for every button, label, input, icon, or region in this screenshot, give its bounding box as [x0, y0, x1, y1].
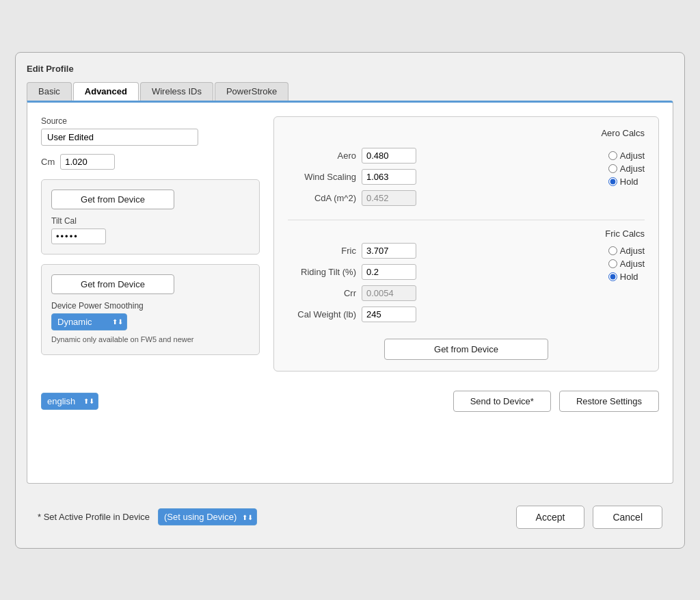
smoothing-box: Get from Device Device Power Smoothing D…	[41, 264, 260, 355]
wind-scaling-input[interactable]	[362, 169, 416, 185]
crr-input[interactable]	[362, 285, 416, 301]
smoothing-note: Dynamic only available on FW5 and newer	[51, 335, 250, 345]
aero-radio-hold[interactable]	[608, 177, 617, 186]
tab-bar: Basic Advanced Wireless IDs PowerStroke	[27, 82, 673, 101]
aero-calcs-header: Aero Calcs	[288, 128, 645, 144]
fric-calcs-title: Fric Calcs	[605, 229, 645, 239]
aero-radio-adjust-2-row: Adjust	[608, 164, 645, 174]
wind-scaling-row: Wind Scaling	[288, 169, 600, 185]
fric-radio-hold[interactable]	[608, 272, 617, 281]
aero-calcs-title: Aero Calcs	[601, 128, 645, 138]
cal-weight-input[interactable]	[362, 306, 416, 322]
aero-radio-adjust-2[interactable]	[608, 164, 617, 173]
footer-profile-select[interactable]: (Set using Device) Profile 1 Profile 2	[158, 508, 257, 525]
cda-label: CdA (m^2)	[288, 193, 356, 203]
smoothing-select-container: Dynamic 3s Average 5s Average 10s Averag…	[51, 313, 127, 330]
fric-radio-adjust-1[interactable]	[608, 246, 617, 255]
cal-weight-label: Cal Weight (lb)	[288, 309, 356, 319]
fric-radio-adjust-2-row: Adjust	[608, 259, 645, 269]
restore-settings-button[interactable]: Restore Settings	[559, 391, 659, 412]
get-device-bottom-wrap: Get from Device	[288, 339, 645, 360]
main-layout: Source Cm Get from Device Tilt Cal	[41, 116, 659, 371]
aero-radio-adjust-1[interactable]	[608, 151, 617, 160]
fric-radio-adjust-1-row: Adjust	[608, 246, 645, 256]
aero-fields: Aero Wind Scaling CdA (m^2)	[288, 148, 600, 211]
window-title: Edit Profile	[27, 64, 673, 74]
tab-wireless-ids[interactable]: Wireless IDs	[140, 82, 213, 101]
tilt-cal-box: Get from Device Tilt Cal	[41, 179, 260, 255]
tab-advanced[interactable]: Advanced	[73, 82, 139, 101]
separator	[288, 220, 645, 220]
outer-window: Edit Profile Basic Advanced Wireless IDs…	[15, 52, 685, 549]
riding-tilt-input[interactable]	[362, 264, 416, 280]
tab-content: Source Cm Get from Device Tilt Cal	[27, 101, 673, 484]
fric-section: Fric Riding Tilt (%) Crr Cal Weight	[288, 243, 645, 328]
fric-radio-hold-label: Hold	[620, 272, 638, 282]
aero-radio-adjust-1-row: Adjust	[608, 151, 645, 161]
get-from-device-button-1[interactable]: Get from Device	[51, 190, 174, 209]
bottom-bar: english français español deutsch ⬆⬇ Send…	[41, 382, 659, 412]
smoothing-label: Device Power Smoothing	[51, 301, 250, 311]
send-to-device-button[interactable]: Send to Device*	[453, 391, 551, 412]
crr-label: Crr	[288, 288, 356, 298]
tab-powerstroke[interactable]: PowerStroke	[215, 82, 288, 101]
footer-select-wrap: (Set using Device) Profile 1 Profile 2 ⬆…	[158, 508, 257, 525]
fric-fields: Fric Riding Tilt (%) Crr Cal Weight	[288, 243, 600, 328]
fric-radio-adjust-2-label: Adjust	[620, 259, 645, 269]
get-from-device-button-bottom[interactable]: Get from Device	[384, 339, 548, 360]
fric-calcs-header: Fric Calcs	[288, 229, 645, 239]
source-input[interactable]	[41, 129, 198, 146]
aero-section: Aero Wind Scaling CdA (m^2)	[288, 148, 645, 211]
fric-radio-adjust-1-label: Adjust	[620, 246, 645, 256]
aero-row: Aero	[288, 148, 600, 164]
wind-scaling-label: Wind Scaling	[288, 172, 356, 182]
cm-label: Cm	[41, 157, 55, 167]
tilt-cal-input[interactable]	[51, 229, 106, 244]
aero-input[interactable]	[362, 148, 416, 164]
aero-radio-adjust-1-label: Adjust	[620, 151, 645, 161]
cancel-button[interactable]: Cancel	[593, 506, 662, 529]
fric-label: Fric	[288, 246, 356, 256]
cm-row: Cm	[41, 154, 260, 170]
aero-radio-group: Adjust Adjust Hold	[608, 151, 645, 187]
cda-input[interactable]	[362, 190, 416, 206]
smoothing-select-wrap: Dynamic 3s Average 5s Average 10s Averag…	[51, 313, 250, 330]
accept-button[interactable]: Accept	[516, 506, 585, 529]
language-select[interactable]: english français español deutsch	[41, 393, 98, 410]
cal-weight-row: Cal Weight (lb)	[288, 306, 600, 322]
source-label: Source	[41, 116, 260, 126]
aero-radio-hold-row: Hold	[608, 177, 645, 187]
right-panel: Aero Calcs Aero Wind Scaling CdA	[273, 116, 659, 371]
language-select-wrap: english français español deutsch ⬆⬇	[41, 393, 98, 410]
footer-note: * Set Active Profile in Device	[38, 512, 150, 522]
riding-tilt-label: Riding Tilt (%)	[288, 267, 356, 277]
fric-row: Fric	[288, 243, 600, 259]
fric-radio-adjust-2[interactable]	[608, 259, 617, 268]
aero-radio-adjust-2-label: Adjust	[620, 164, 645, 174]
riding-tilt-row: Riding Tilt (%)	[288, 264, 600, 280]
tab-basic[interactable]: Basic	[27, 82, 72, 101]
aero-radio-hold-label: Hold	[620, 177, 638, 187]
fric-input[interactable]	[362, 243, 416, 259]
tilt-cal-label: Tilt Cal	[51, 216, 250, 226]
smoothing-select[interactable]: Dynamic 3s Average 5s Average 10s Averag…	[51, 313, 127, 330]
left-panel: Source Cm Get from Device Tilt Cal	[41, 116, 260, 371]
fric-radio-group: Adjust Adjust Hold	[608, 246, 645, 282]
cm-input[interactable]	[60, 154, 115, 170]
cda-row: CdA (m^2)	[288, 190, 600, 206]
fric-radio-hold-row: Hold	[608, 272, 645, 282]
crr-row: Crr	[288, 285, 600, 301]
aero-label: Aero	[288, 151, 356, 161]
footer-area: * Set Active Profile in Device (Set usin…	[27, 497, 673, 537]
get-from-device-button-2[interactable]: Get from Device	[51, 274, 174, 294]
